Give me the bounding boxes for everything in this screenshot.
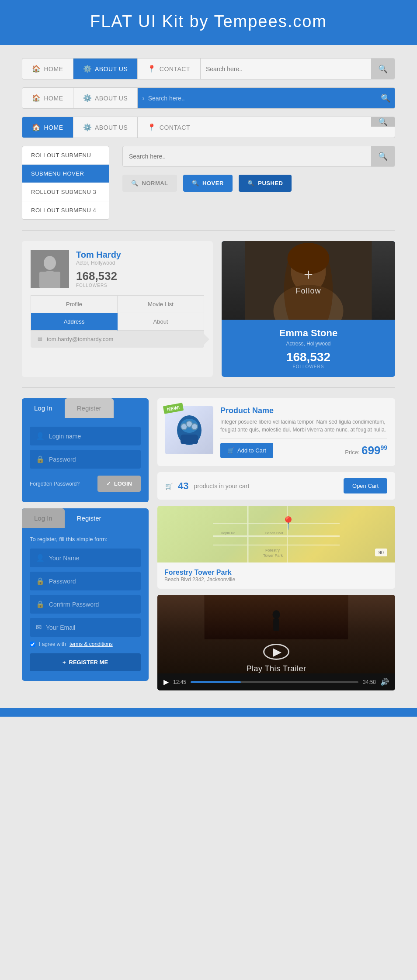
price-number: 69999 xyxy=(361,444,387,457)
open-cart-button[interactable]: Open Cart xyxy=(344,478,387,493)
terms-row: I agree with terms & conditions xyxy=(30,641,141,647)
register-button[interactable]: + REGISTER ME xyxy=(30,653,141,671)
reg-password-input[interactable] xyxy=(49,578,135,585)
svg-text:Hopin Rd: Hopin Rd xyxy=(221,531,235,535)
submenu-item-3[interactable]: ROLLOUT SUBMENU 3 xyxy=(22,183,109,201)
search-button[interactable]: 🔍 xyxy=(371,146,395,166)
tom-tab-movielist[interactable]: Movie List xyxy=(118,296,204,313)
terms-text: I agree with xyxy=(39,641,66,647)
nav2-search-input[interactable] xyxy=(148,95,377,102)
video-total-time: 34:58 xyxy=(363,679,376,685)
video-play-control[interactable]: ▶ xyxy=(163,678,169,686)
tab-login[interactable]: Log In xyxy=(22,398,65,418)
cart-icon: 🛒 xyxy=(227,447,234,454)
register-tabs: Log In Register xyxy=(22,508,149,528)
terms-link[interactable]: terms & conditions xyxy=(70,641,113,647)
profile-cards-section: Tom Hardy Actor, Hollywood 168,532 FOLLO… xyxy=(22,241,395,377)
header: FLAT UI Kit by Tempees.com xyxy=(0,0,417,45)
login-button[interactable]: ✓ LOGIN xyxy=(97,476,141,492)
video-title: Play This Trailer xyxy=(246,664,306,673)
product-name: Product Name xyxy=(220,406,387,415)
nav2-home[interactable]: 🏠 HOME xyxy=(22,88,73,108)
nav1-contact[interactable]: 📍 CONTACT xyxy=(138,59,200,79)
login-password-input[interactable] xyxy=(49,456,135,463)
volume-icon[interactable]: 🔊 xyxy=(380,678,389,686)
reg-name-input[interactable] xyxy=(49,555,135,562)
svg-point-25 xyxy=(273,610,280,619)
login-tabs: Log In Register xyxy=(22,398,149,418)
emma-name: Emma Stone xyxy=(279,328,337,339)
tom-tab-profile[interactable]: Profile xyxy=(31,296,118,313)
tom-avatar-svg xyxy=(31,250,69,288)
video-progress-fill xyxy=(191,681,241,683)
search-buttons-panel: 🔍 🔍 NORMAL 🔍 HOVER 🔍 PUSHED xyxy=(122,146,395,192)
right-column: NEW! Pro xyxy=(157,398,395,690)
product-details: Product Name Integer posuere libero vel … xyxy=(220,406,387,458)
hover-button[interactable]: 🔍 HOVER xyxy=(183,175,233,192)
search-icon-normal: 🔍 xyxy=(131,180,139,186)
video-play-button[interactable]: ▶ xyxy=(263,644,289,660)
cart-icon-2: 🛒 xyxy=(165,483,173,490)
nav3-contact[interactable]: 📍 CONTACT xyxy=(138,117,200,138)
forgotten-password-link[interactable]: Forgotten Password? xyxy=(30,481,80,487)
follow-text[interactable]: Follow xyxy=(295,286,321,296)
nav1-search-button[interactable]: 🔍 xyxy=(371,59,395,79)
reg-email-field: ✉ xyxy=(30,618,141,637)
map-road-label: 90 xyxy=(375,549,387,556)
tab-register-active[interactable]: Register xyxy=(65,508,114,528)
video-current-time: 12:45 xyxy=(173,679,186,685)
nav3-contact-label: CONTACT xyxy=(160,124,190,131)
nav3-home[interactable]: 🏠 HOME xyxy=(22,117,73,138)
tab-login-inactive[interactable]: Log In xyxy=(22,508,65,528)
terms-checkbox[interactable] xyxy=(30,642,35,647)
button-group: 🔍 NORMAL 🔍 HOVER 🔍 PUSHED xyxy=(122,175,395,192)
emma-followers: 168,532 xyxy=(279,350,337,364)
login-bottom: Forgotten Password? ✓ LOGIN xyxy=(30,476,141,492)
site-title: FLAT UI Kit by Tempees.com xyxy=(9,12,408,31)
tab-register-inactive[interactable]: Register xyxy=(65,398,114,418)
tom-tab-about[interactable]: About xyxy=(118,313,204,331)
cart-text: products in your cart xyxy=(194,483,249,490)
price-cents: 99 xyxy=(380,444,387,451)
gear-icon: ⚙️ xyxy=(83,65,92,73)
user-icon: 👤 xyxy=(36,432,45,440)
nav1-home-label: HOME xyxy=(44,66,63,72)
pushed-button[interactable]: 🔍 PUSHED xyxy=(239,175,292,192)
nav3-search-button[interactable]: 🔍 xyxy=(371,117,395,127)
map-visual[interactable]: Forestry Tower Park Hopin Rd Beach Blvd … xyxy=(157,506,395,562)
nav1-contact-label: CONTACT xyxy=(160,66,190,72)
play-icon: ▶ xyxy=(273,645,281,659)
nav2-inline-search: › 🔍 xyxy=(138,88,395,108)
nav1-about[interactable]: ⚙️ ABOUT US xyxy=(73,59,138,79)
login-name-input[interactable] xyxy=(49,433,135,440)
svg-rect-26 xyxy=(273,618,279,631)
pin-icon-3: 📍 xyxy=(147,123,156,131)
reg-password-field: 🔒 xyxy=(30,572,141,590)
nav1-search-input[interactable] xyxy=(201,59,371,79)
cart-bar: 🛒 43 products in your cart Open Cart xyxy=(157,472,395,500)
left-column: Log In Register 👤 🔒 Forgotten Password? xyxy=(22,398,149,690)
add-to-cart-button[interactable]: 🛒 Add to Cart xyxy=(220,443,273,458)
home-icon: 🏠 xyxy=(32,65,41,73)
video-progress-bar[interactable] xyxy=(191,681,358,683)
submenu-item-2[interactable]: SUBMENU HOVER xyxy=(22,165,109,183)
normal-button[interactable]: 🔍 NORMAL xyxy=(122,175,177,192)
reg-confirm-input[interactable] xyxy=(49,601,135,608)
submenu-item-4[interactable]: ROLLOUT SUBMENU 4 xyxy=(22,201,109,219)
search-icon-2[interactable]: 🔍 xyxy=(381,93,390,103)
nav2-home-label: HOME xyxy=(44,95,63,102)
submenu-item-1[interactable]: ROLLOUT SUBMENU xyxy=(22,146,109,165)
pushed-label: PUSHED xyxy=(258,180,283,186)
cart-info: 🛒 43 products in your cart xyxy=(165,480,249,492)
search-input[interactable] xyxy=(123,147,371,166)
svg-point-1 xyxy=(44,256,56,270)
search-icon-hover: 🔍 xyxy=(192,180,199,186)
map-place-name: Forestry Tower Park xyxy=(164,569,388,576)
nav2-about[interactable]: ⚙️ ABOUT US xyxy=(73,88,138,108)
reg-email-input[interactable] xyxy=(46,624,135,631)
emma-followers-label: FOLLOWERS xyxy=(279,364,337,369)
nav3-about[interactable]: ⚙️ ABOUT US xyxy=(73,117,138,138)
map-pin-icon: 📍 xyxy=(281,516,296,530)
tom-tab-address[interactable]: Address xyxy=(31,313,118,331)
nav1-home[interactable]: 🏠 HOME xyxy=(22,59,73,79)
